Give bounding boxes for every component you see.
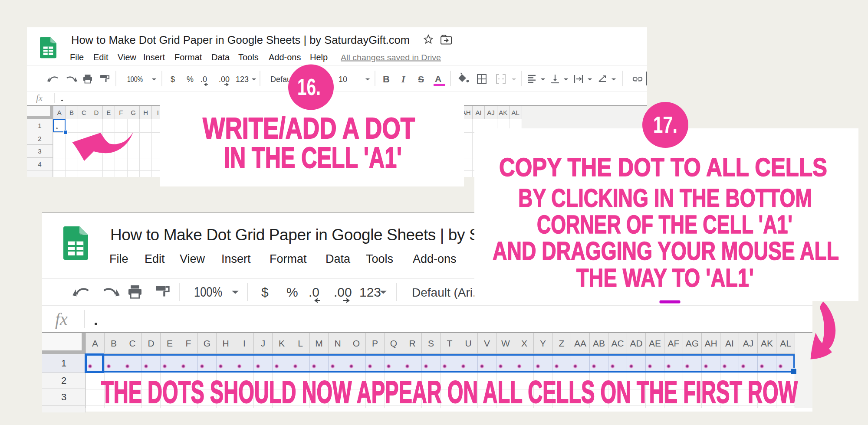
svg-text:THE WAY TO 'AL1': THE WAY TO 'AL1' bbox=[576, 264, 754, 292]
svg-text:BY CLICKING IN THE BOTTOM: BY CLICKING IN THE BOTTOM bbox=[518, 184, 812, 212]
svg-text:THE DOTS SHOULD NOW APPEAR ON: THE DOTS SHOULD NOW APPEAR ON ALL CELLS … bbox=[101, 374, 798, 409]
svg-text:CORNER OF THE CELL 'A1': CORNER OF THE CELL 'A1' bbox=[537, 210, 792, 239]
svg-text:16.: 16. bbox=[297, 74, 321, 100]
svg-text:AND DRAGGING YOUR MOUSE ALL: AND DRAGGING YOUR MOUSE ALL bbox=[493, 237, 839, 265]
svg-text:COPY THE DOT TO ALL CELLS: COPY THE DOT TO ALL CELLS bbox=[499, 153, 827, 182]
svg-text:IN THE CELL 'A1': IN THE CELL 'A1' bbox=[224, 141, 402, 174]
svg-text:WRITE/ADD A DOT: WRITE/ADD A DOT bbox=[203, 111, 415, 145]
svg-text:17.: 17. bbox=[653, 111, 677, 137]
